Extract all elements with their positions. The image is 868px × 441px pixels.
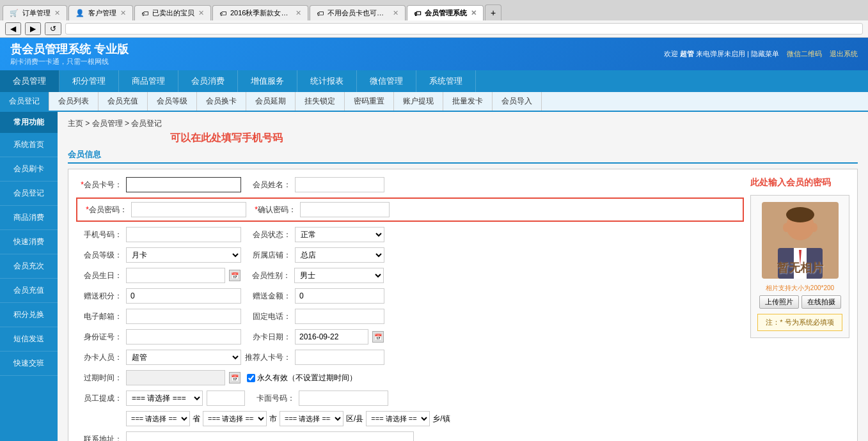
calendar-icon[interactable]: 📅	[229, 270, 241, 281]
district-suffix: 区/县	[346, 414, 363, 424]
subnav-card-swap[interactable]: 会员换卡	[197, 92, 246, 111]
gender-select[interactable]: 男士 女士	[294, 268, 384, 283]
permanent-checkbox[interactable]	[247, 374, 255, 382]
operator-label: 办卡人员：	[76, 352, 122, 363]
nav-product-mgmt[interactable]: 商品管理	[119, 70, 178, 92]
email-label: 电子邮箱：	[76, 311, 122, 322]
tab-fashion[interactable]: 🏷 2016秋季新款女装女裤专家... ✕	[212, 5, 308, 20]
online-capture-button[interactable]: 在线拍摄	[801, 295, 841, 309]
tab-customer[interactable]: 👤 客户管理 ✕	[68, 5, 133, 20]
nav-system[interactable]: 系统管理	[416, 70, 476, 92]
tab-member-sys[interactable]: 🏷 会员管理系统 ✕	[407, 5, 484, 20]
close-icon[interactable]: ✕	[54, 9, 60, 17]
form-row-cardno: *会员卡号： 会员姓名：	[76, 177, 744, 192]
tab-label: 2016秋季新款女装女裤专家...	[230, 8, 292, 18]
landline-input[interactable]	[295, 309, 384, 324]
form-row-gifts: 赠送积分： 赠送金额：	[76, 288, 744, 304]
subnav-register[interactable]: 会员登记	[0, 92, 49, 111]
subnav-batch-issue[interactable]: 批量发卡	[443, 92, 493, 111]
card-no-label: *会员卡号：	[76, 180, 122, 190]
shop-select[interactable]: 总店 分店1	[295, 247, 384, 263]
confirm-password-input[interactable]	[300, 202, 390, 217]
tab-sold[interactable]: 🏷 已卖出的宝贝 ✕	[134, 5, 211, 20]
refresh-button[interactable]: ↺	[45, 22, 61, 35]
card-no-input[interactable]	[126, 177, 241, 192]
commission-input[interactable]	[207, 391, 245, 406]
sidebar-item-sms[interactable]: 短信发送	[0, 327, 58, 352]
status-select[interactable]: 正常 冻结 停用	[295, 227, 384, 242]
logout-link[interactable]: 退出系统	[830, 49, 858, 59]
sidebar-item-card-swipe[interactable]: 会员刷卡	[0, 157, 58, 182]
sidebar-item-quick-consume[interactable]: 快速消费	[0, 230, 58, 254]
nav-points-mgmt[interactable]: 积分管理	[59, 70, 119, 92]
province-select[interactable]: === 请选择 ===	[126, 411, 190, 426]
card-date-calendar-icon[interactable]: 📅	[372, 331, 384, 343]
sidebar-item-register[interactable]: 会员登记	[0, 182, 58, 206]
permanent-checkbox-label[interactable]: 永久有效（不设置过期时间）	[247, 373, 357, 383]
upload-photo-button[interactable]: 上传照片	[759, 295, 799, 309]
close-icon[interactable]: ✕	[296, 9, 301, 17]
close-icon[interactable]: ✕	[393, 9, 398, 17]
operator-select[interactable]: 超管	[126, 350, 241, 365]
id-input[interactable]	[126, 329, 241, 344]
wechat-qr-link[interactable]: 微信二维码	[787, 49, 822, 59]
nav-member-mgmt[interactable]: 会员管理	[0, 70, 59, 92]
close-icon[interactable]: ✕	[198, 9, 204, 17]
birthday-input[interactable]	[126, 268, 225, 283]
new-tab-button[interactable]: +	[485, 4, 501, 20]
sidebar-item-shift[interactable]: 快速交班	[0, 352, 58, 376]
form-row-address: 联系地址：	[76, 431, 744, 441]
card-face-input[interactable]	[299, 391, 388, 406]
subnav-import[interactable]: 会员导入	[493, 92, 542, 111]
nav-value-added[interactable]: 增值服务	[238, 70, 297, 92]
referrer-input[interactable]	[295, 350, 384, 365]
form-container: *会员卡号： 会员姓名： *会员密码： *确认密码： 手机号码：	[68, 169, 858, 441]
gift-points-input[interactable]	[126, 288, 241, 304]
city-select[interactable]: === 请选择 ===	[203, 411, 267, 426]
address-input[interactable]	[126, 431, 414, 441]
card-face-label: 卡面号码：	[249, 393, 295, 404]
password-label: *会员密码：	[81, 205, 127, 215]
sidebar-item-points-exchange[interactable]: 积分兑换	[0, 303, 58, 327]
subnav-freeze[interactable]: 挂失锁定	[296, 92, 345, 111]
form-row-email: 电子邮箱： 固定电话：	[76, 309, 744, 324]
township-suffix: 乡/镇	[432, 414, 450, 424]
subnav-recharge[interactable]: 会员充值	[99, 92, 148, 111]
commission-label: 员工提成：	[76, 393, 122, 404]
subnav-reset-pwd[interactable]: 密码重置	[345, 92, 394, 111]
expiry-input[interactable]	[126, 370, 225, 385]
close-icon[interactable]: ✕	[120, 9, 126, 17]
expiry-label: 过期时间：	[76, 373, 122, 383]
township-select[interactable]: === 请选择 ===	[366, 411, 430, 426]
subnav-list[interactable]: 会员列表	[49, 92, 99, 111]
sidebar-item-charge-times[interactable]: 会员充次	[0, 254, 58, 279]
close-icon[interactable]: ✕	[471, 9, 477, 17]
nav-stats[interactable]: 统计报表	[297, 70, 357, 92]
phone-input[interactable]	[126, 227, 241, 242]
nav-wechat[interactable]: 微信管理	[357, 70, 416, 92]
gift-amount-input[interactable]	[295, 288, 384, 304]
forward-button[interactable]: ▶	[25, 22, 41, 35]
level-select[interactable]: 月卡 年卡 VIP	[126, 247, 241, 263]
address-bar[interactable]	[65, 23, 863, 35]
back-button[interactable]: ◀	[5, 22, 21, 35]
photo-placeholder: 暂无相片	[762, 202, 839, 279]
sidebar-item-home[interactable]: 系统首页	[0, 133, 58, 157]
commission-select[interactable]: === 请选择 ===	[126, 391, 203, 406]
sidebar-item-recharge[interactable]: 会员充值	[0, 279, 58, 303]
subnav-level[interactable]: 会员等级	[148, 92, 197, 111]
card-date-input[interactable]	[295, 329, 368, 344]
tab-no-card[interactable]: 🏷 不用会员卡也可以办理会员... ✕	[310, 5, 406, 20]
password-input[interactable]	[131, 202, 246, 217]
tab-order[interactable]: 🛒 订单管理 ✕	[3, 5, 67, 20]
nav-member-consume[interactable]: 会员消费	[178, 70, 238, 92]
subnav-withdraw[interactable]: 账户提现	[394, 92, 443, 111]
subnav-extend[interactable]: 会员延期	[246, 92, 296, 111]
form-row-operator: 办卡人员： 超管 推荐人卡号：	[76, 350, 744, 365]
form-row-expiry: 过期时间： 📅 永久有效（不设置过期时间）	[76, 370, 744, 385]
member-name-input[interactable]	[295, 177, 384, 192]
district-select[interactable]: === 请选择 ===	[280, 411, 343, 426]
sidebar-item-goods-consume[interactable]: 商品消费	[0, 206, 58, 230]
email-input[interactable]	[126, 309, 241, 324]
expiry-calendar-icon[interactable]: 📅	[229, 372, 241, 383]
